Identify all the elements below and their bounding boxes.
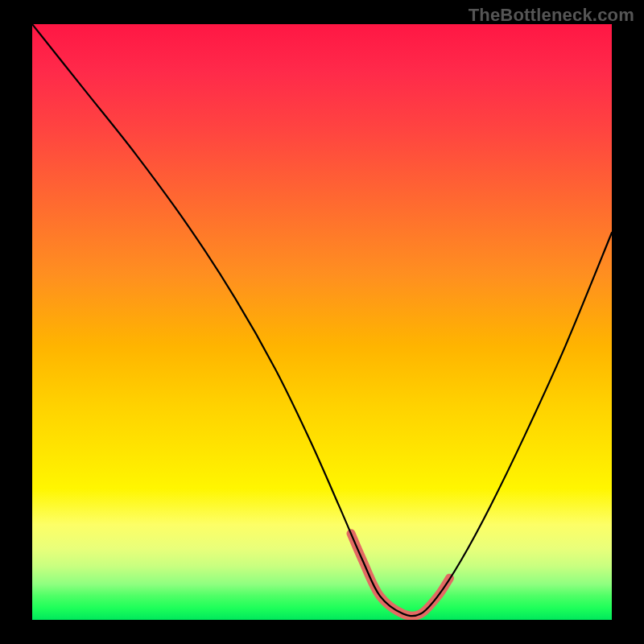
plot-area <box>32 24 612 620</box>
watermark-text: TheBottleneck.com <box>469 5 634 26</box>
chart-frame: TheBottleneck.com <box>0 0 644 644</box>
bottleneck-curve-line <box>32 24 612 616</box>
curve-svg <box>32 24 612 620</box>
highlight-segment <box>351 534 449 617</box>
